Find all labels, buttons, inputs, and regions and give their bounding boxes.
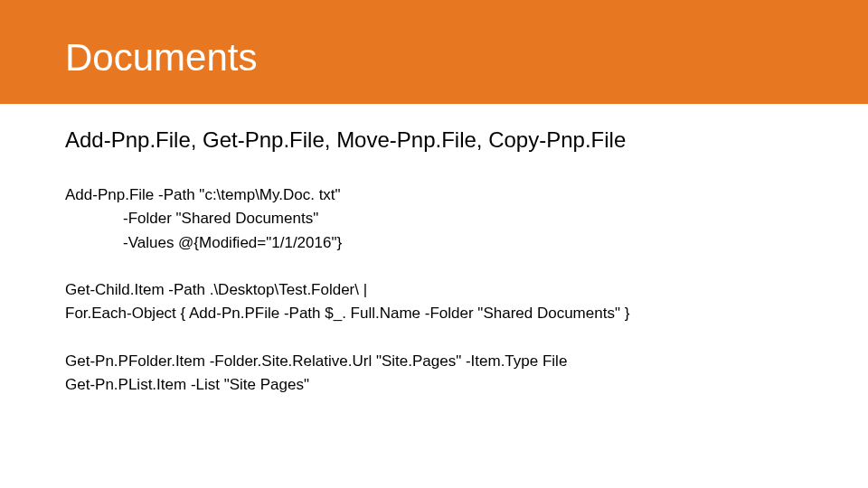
code-block-3: Get-Pn.PFolder.Item -Folder.Site.Relativ… (65, 350, 803, 398)
page-title: Documents (65, 25, 257, 80)
code-line: -Folder "Shared Documents" (65, 207, 803, 230)
subtitle: Add-Pnp.File, Get-Pnp.File, Move-Pnp.Fil… (65, 127, 803, 153)
code-block-2: Get-Child.Item -Path .\Desktop\Test.Fold… (65, 278, 803, 326)
slide-content: Add-Pnp.File, Get-Pnp.File, Move-Pnp.Fil… (0, 104, 868, 397)
code-line: For.Each-Object { Add-Pn.PFile -Path $_.… (65, 302, 803, 325)
code-line: -Values @{Modified="1/1/2016"} (65, 231, 803, 255)
code-line: Add-Pnp.File -Path "c:\temp\My.Doc. txt" (65, 183, 803, 207)
code-line: Get-Pn.PFolder.Item -Folder.Site.Relativ… (65, 350, 803, 373)
code-block-1: Add-Pnp.File -Path "c:\temp\My.Doc. txt"… (65, 183, 803, 255)
slide-header: Documents (0, 0, 868, 104)
code-line: Get-Pn.PList.Item -List "Site Pages" (65, 373, 803, 397)
code-line: Get-Child.Item -Path .\Desktop\Test.Fold… (65, 278, 803, 302)
